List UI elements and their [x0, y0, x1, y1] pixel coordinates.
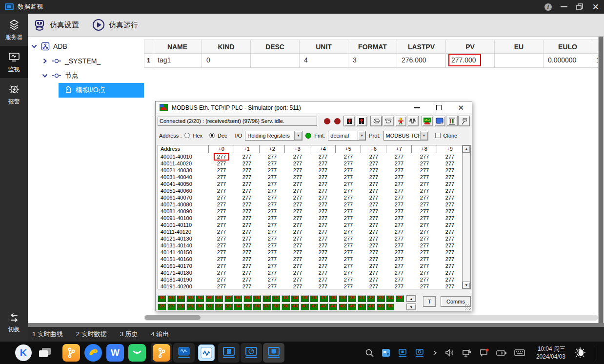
grid-value-cell[interactable]: 277: [234, 167, 260, 174]
minimize-button[interactable]: [561, 6, 567, 7]
grid-value-cell[interactable]: 277: [437, 208, 463, 215]
station-button-34[interactable]: 34: [234, 303, 242, 310]
tray-laptop-square-icon[interactable]: [398, 349, 407, 357]
grid-value-cell[interactable]: 277: [310, 256, 336, 263]
chevron-right-icon[interactable]: [41, 58, 48, 64]
grid-value-cell[interactable]: 277: [361, 201, 386, 208]
column-header-lastpv[interactable]: LASTPV: [397, 40, 445, 54]
grid-value-cell[interactable]: 277: [285, 269, 310, 276]
simulator-titlebar[interactable]: MODBUS Eth. TCP/IP PLC - Simulator (port…: [156, 101, 472, 114]
grid-value-cell[interactable]: 277: [285, 228, 310, 235]
grid-value-cell[interactable]: 277: [285, 276, 310, 283]
spin-down-icon[interactable]: ▼: [406, 303, 416, 310]
grid-value-cell[interactable]: 277: [310, 263, 336, 269]
grid-value-cell[interactable]: 277: [336, 194, 361, 201]
grid-value-cell[interactable]: 277: [234, 187, 260, 194]
grid-value-cell[interactable]: 277: [285, 201, 310, 208]
station-button-26[interactable]: 26: [158, 303, 166, 310]
grid-row[interactable]: 40101-4011027727727727727727727727727727…: [158, 222, 470, 228]
station-button-00[interactable]: 00: [158, 295, 166, 302]
tray-laptop-circle-icon[interactable]: [415, 349, 424, 357]
station-button-01[interactable]: 01: [167, 295, 176, 302]
grid-value-cell[interactable]: 277: [310, 215, 336, 222]
grid-value-cell[interactable]: 277: [336, 235, 361, 242]
network-icon[interactable]: [462, 348, 472, 357]
info-icon[interactable]: i: [544, 3, 552, 11]
grid-value-cell[interactable]: 277: [386, 194, 412, 201]
grid-value-cell[interactable]: 277: [386, 269, 412, 276]
grid-value-cell[interactable]: 277: [336, 215, 361, 222]
grid-value-cell[interactable]: 277: [260, 194, 285, 201]
grid-value-cell[interactable]: 277: [361, 187, 386, 194]
grid-value-cell[interactable]: 277: [285, 208, 310, 215]
grid-value-cell[interactable]: 277: [412, 276, 437, 283]
sim-settings-button[interactable]: 仿真设置: [33, 18, 79, 32]
grid-value-cell[interactable]: 277: [386, 174, 412, 181]
grid-value-cell[interactable]: 277: [234, 276, 260, 283]
grid-value-cell[interactable]: 277: [234, 283, 260, 289]
grid-value-cell[interactable]: 277: [310, 283, 336, 289]
vertical-scrollbar[interactable]: [598, 37, 604, 323]
station-button-29[interactable]: 29: [186, 303, 195, 310]
grid-row[interactable]: 40151-4016027727727727727727727727727727…: [158, 256, 470, 263]
grid-value-cell[interactable]: 277: [437, 194, 463, 201]
column-header-desc[interactable]: DESC: [250, 40, 299, 54]
taskbar-wps[interactable]: W: [106, 344, 124, 362]
grid-value-cell[interactable]: 277: [310, 167, 336, 174]
notifications-icon[interactable]: [479, 348, 489, 357]
grid-value-cell[interactable]: 277: [310, 269, 336, 276]
grid-value-cell[interactable]: 277: [260, 187, 285, 194]
screen-button[interactable]: [434, 116, 445, 126]
grid-value-cell[interactable]: 277: [234, 263, 260, 269]
cell-eulo[interactable]: 0.000000: [543, 54, 592, 68]
station-button-27[interactable]: 27: [167, 303, 176, 310]
grid-value-cell[interactable]: 277: [361, 256, 386, 263]
grid-value-cell[interactable]: 277: [437, 283, 463, 289]
dropdown-arrow-icon[interactable]: ▼: [420, 131, 428, 140]
grid-value-cell[interactable]: 277: [310, 187, 336, 194]
taskbar-app-trend[interactable]: [173, 343, 195, 363]
grid-value-cell[interactable]: 277: [310, 208, 336, 215]
grid-value-cell[interactable]: 277: [285, 167, 310, 174]
tree-node-nodes[interactable]: 节点: [41, 68, 79, 83]
dec-radio[interactable]: [209, 133, 215, 138]
grid-value-cell[interactable]: 277: [260, 249, 285, 256]
grid-value-cell[interactable]: 277: [234, 194, 260, 201]
sidebar-item-server[interactable]: 服务器: [0, 14, 28, 46]
grid-value-cell[interactable]: 277: [361, 194, 386, 201]
grid-row[interactable]: 40191-4020027727727727727727727727727727…: [158, 283, 470, 289]
grid-value-cell[interactable]: 277: [386, 201, 412, 208]
station-button-28[interactable]: 28: [177, 303, 185, 310]
grid-value-cell[interactable]: 277: [437, 201, 463, 208]
grid-row[interactable]: 40161-4017027727727727727727727727727727…: [158, 263, 470, 269]
sim-run-button[interactable]: 仿真运行: [92, 18, 138, 32]
station-button-49[interactable]: 49: [377, 303, 385, 310]
column-header-format[interactable]: FORMAT: [348, 40, 397, 54]
statusbar-item[interactable]: 3 历史: [120, 330, 138, 339]
grid-value-cell[interactable]: 277: [437, 174, 463, 181]
grid-value-cell[interactable]: 277: [260, 153, 285, 160]
grid-value-cell[interactable]: 277: [412, 249, 437, 256]
taskbar-app-green[interactable]: [128, 344, 146, 362]
station-button-24[interactable]: 24: [386, 295, 394, 302]
t-button[interactable]: T: [423, 296, 436, 307]
grid-value-cell[interactable]: 277: [234, 256, 260, 263]
station-button-36[interactable]: 36: [253, 303, 261, 310]
grid-value-cell[interactable]: 277: [209, 263, 234, 269]
column-header-eulo[interactable]: EULO: [543, 40, 592, 54]
grid-value-cell[interactable]: 277: [386, 276, 412, 283]
station-button-12[interactable]: 12: [272, 295, 280, 302]
register-grid[interactable]: Address+0+1+2+3+4+5+6+7+8+9 40001-400102…: [158, 145, 471, 289]
statusbar-item[interactable]: 2 实时数据: [76, 330, 107, 339]
station-button-41[interactable]: 41: [301, 303, 309, 310]
clone-label[interactable]: Clone: [443, 133, 458, 139]
grid-value-cell[interactable]: 277: [285, 160, 310, 167]
grid-value-cell[interactable]: 277: [260, 160, 285, 167]
grid-value-cell[interactable]: 277: [234, 235, 260, 242]
grid-value-cell[interactable]: 277: [234, 228, 260, 235]
grid-value-cell[interactable]: 277: [437, 222, 463, 228]
taskbar-app-gauge[interactable]: [241, 343, 262, 363]
grid-value-cell[interactable]: 277: [260, 276, 285, 283]
grid-value-cell[interactable]: 277: [209, 215, 234, 222]
station-button-02[interactable]: 02: [177, 295, 185, 302]
